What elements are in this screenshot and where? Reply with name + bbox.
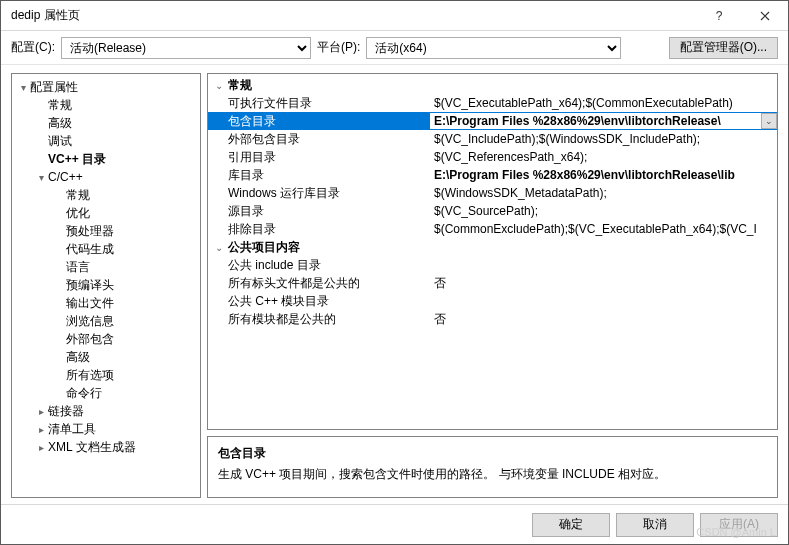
- grid-row[interactable]: 源目录$(VC_SourcePath);: [208, 202, 777, 220]
- nav-tree[interactable]: ▾配置属性常规高级调试VC++ 目录▾C/C++常规优化预处理器代码生成语言预编…: [11, 73, 201, 498]
- property-value[interactable]: $(VC_ReferencesPath_x64);: [430, 150, 777, 164]
- tree-item[interactable]: 常规: [12, 96, 200, 114]
- property-label: 所有标头文件都是公共的: [226, 275, 360, 292]
- description-body: 生成 VC++ 项目期间，搜索包含文件时使用的路径。 与环境变量 INCLUDE…: [218, 466, 767, 483]
- tree-item-label: VC++ 目录: [48, 151, 106, 168]
- property-label: 库目录: [226, 167, 264, 184]
- tree-item-label: 命令行: [66, 385, 102, 402]
- tree-item[interactable]: 常规: [12, 186, 200, 204]
- property-label: Windows 运行库目录: [226, 185, 340, 202]
- tree-item[interactable]: 语言: [12, 258, 200, 276]
- tree-item-label: 配置属性: [30, 79, 78, 96]
- tree-item-label: 输出文件: [66, 295, 114, 312]
- window-title: dedip 属性页: [11, 7, 696, 24]
- tree-item-label: 语言: [66, 259, 90, 276]
- close-icon: [760, 11, 770, 21]
- tree-item-label: 常规: [66, 187, 90, 204]
- tree-item[interactable]: 所有选项: [12, 366, 200, 384]
- property-label: 所有模块都是公共的: [226, 311, 336, 328]
- tree-item[interactable]: ▸清单工具: [12, 420, 200, 438]
- tree-item-label: 优化: [66, 205, 90, 222]
- expand-icon: ▸: [34, 406, 48, 417]
- collapse-icon: ⌄: [212, 80, 226, 91]
- collapse-icon: ⌄: [212, 242, 226, 253]
- grid-row[interactable]: 所有模块都是公共的否: [208, 310, 777, 328]
- platform-select[interactable]: 活动(x64): [366, 37, 621, 59]
- dropdown-icon[interactable]: ⌄: [761, 113, 777, 129]
- tree-item[interactable]: ▾C/C++: [12, 168, 200, 186]
- tree-item[interactable]: 浏览信息: [12, 312, 200, 330]
- grid-section-header[interactable]: ⌄公共项目内容: [208, 238, 777, 256]
- property-label: 可执行文件目录: [226, 95, 312, 112]
- property-value[interactable]: $(VC_IncludePath);$(WindowsSDK_IncludePa…: [430, 132, 777, 146]
- section-label: 公共项目内容: [226, 239, 300, 256]
- tree-item[interactable]: 调试: [12, 132, 200, 150]
- tree-item[interactable]: 外部包含: [12, 330, 200, 348]
- property-label: 外部包含目录: [226, 131, 300, 148]
- property-label: 引用目录: [226, 149, 276, 166]
- property-value[interactable]: $(VC_SourcePath);: [430, 204, 777, 218]
- grid-row[interactable]: 排除目录$(CommonExcludePath);$(VC_Executable…: [208, 220, 777, 238]
- tree-item-label: 代码生成: [66, 241, 114, 258]
- tree-item[interactable]: 预处理器: [12, 222, 200, 240]
- property-label: 公共 C++ 模块目录: [226, 293, 329, 310]
- grid-row[interactable]: 外部包含目录$(VC_IncludePath);$(WindowsSDK_Inc…: [208, 130, 777, 148]
- platform-label: 平台(P):: [317, 39, 360, 56]
- ok-button[interactable]: 确定: [532, 513, 610, 537]
- expand-icon: ▸: [34, 424, 48, 435]
- property-label: 公共 include 目录: [226, 257, 321, 274]
- property-value[interactable]: $(CommonExcludePath);$(VC_ExecutablePath…: [430, 222, 777, 236]
- footer: 确定 取消 应用(A) CSDN @Amin L: [1, 504, 788, 544]
- expand-icon: ▾: [34, 172, 48, 183]
- grid-section-header[interactable]: ⌄常规: [208, 76, 777, 94]
- tree-item[interactable]: ▸链接器: [12, 402, 200, 420]
- property-value[interactable]: 否: [430, 311, 777, 328]
- config-label: 配置(C):: [11, 39, 55, 56]
- tree-item-label: 调试: [48, 133, 72, 150]
- property-label: 排除目录: [226, 221, 276, 238]
- config-select[interactable]: 活动(Release): [61, 37, 311, 59]
- grid-row[interactable]: Windows 运行库目录$(WindowsSDK_MetadataPath);: [208, 184, 777, 202]
- tree-item[interactable]: 输出文件: [12, 294, 200, 312]
- config-manager-button[interactable]: 配置管理器(O)...: [669, 37, 778, 59]
- tree-item[interactable]: 优化: [12, 204, 200, 222]
- tree-item-label: 高级: [66, 349, 90, 366]
- tree-item-label: 常规: [48, 97, 72, 114]
- cancel-button[interactable]: 取消: [616, 513, 694, 537]
- apply-button[interactable]: 应用(A): [700, 513, 778, 537]
- tree-item[interactable]: 命令行: [12, 384, 200, 402]
- grid-row[interactable]: 可执行文件目录$(VC_ExecutablePath_x64);$(Common…: [208, 94, 777, 112]
- tree-item-label: 高级: [48, 115, 72, 132]
- section-label: 常规: [226, 77, 252, 94]
- tree-item[interactable]: 高级: [12, 114, 200, 132]
- property-value[interactable]: $(VC_ExecutablePath_x64);$(CommonExecuta…: [430, 96, 777, 110]
- grid-row[interactable]: 公共 C++ 模块目录: [208, 292, 777, 310]
- property-value[interactable]: E:\Program Files %28x86%29\env\libtorchR…: [430, 168, 777, 182]
- grid-row[interactable]: 所有标头文件都是公共的否: [208, 274, 777, 292]
- property-label: 源目录: [226, 203, 264, 220]
- expand-icon: ▾: [16, 82, 30, 93]
- property-value[interactable]: $(WindowsSDK_MetadataPath);: [430, 186, 777, 200]
- tree-item[interactable]: ▸XML 文档生成器: [12, 438, 200, 456]
- close-button[interactable]: [742, 1, 788, 31]
- grid-row[interactable]: 引用目录$(VC_ReferencesPath_x64);: [208, 148, 777, 166]
- tree-item[interactable]: VC++ 目录: [12, 150, 200, 168]
- grid-row[interactable]: 包含目录E:\Program Files %28x86%29\env\libto…: [208, 112, 777, 130]
- tree-item-label: XML 文档生成器: [48, 439, 136, 456]
- property-value[interactable]: 否: [430, 275, 777, 292]
- description-title: 包含目录: [218, 445, 767, 462]
- property-label: 包含目录: [226, 113, 276, 130]
- grid-row[interactable]: 库目录E:\Program Files %28x86%29\env\libtor…: [208, 166, 777, 184]
- tree-item-label: 预编译头: [66, 277, 114, 294]
- grid-row[interactable]: 公共 include 目录: [208, 256, 777, 274]
- tree-item[interactable]: ▾配置属性: [12, 78, 200, 96]
- tree-item-label: 链接器: [48, 403, 84, 420]
- tree-item[interactable]: 代码生成: [12, 240, 200, 258]
- help-button[interactable]: ?: [696, 1, 742, 31]
- tree-item[interactable]: 预编译头: [12, 276, 200, 294]
- property-value[interactable]: E:\Program Files %28x86%29\env\libtorchR…: [430, 113, 777, 129]
- property-grid[interactable]: ⌄常规可执行文件目录$(VC_ExecutablePath_x64);$(Com…: [207, 73, 778, 430]
- toolbar: 配置(C): 活动(Release) 平台(P): 活动(x64) 配置管理器(…: [1, 31, 788, 65]
- tree-item[interactable]: 高级: [12, 348, 200, 366]
- tree-item-label: 清单工具: [48, 421, 96, 438]
